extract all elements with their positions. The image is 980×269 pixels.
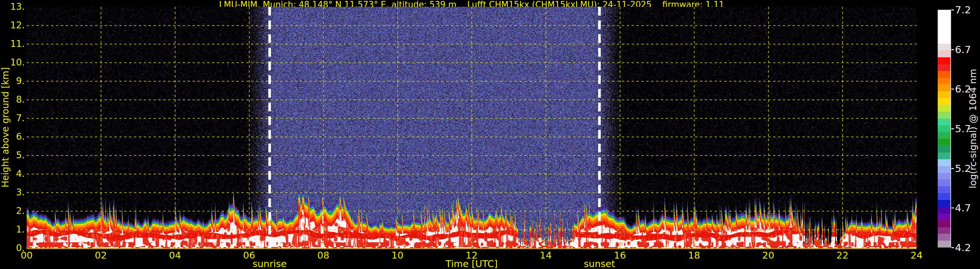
x-tick-label: 10: [378, 250, 417, 260]
colorbar-label: log(rc-signal) @ 1064 nm: [967, 69, 978, 188]
colorbar-band: [938, 17, 950, 24]
ceilometer-quicklook: LMU-MIM, Munich; 48.148° N 11.573° E, al…: [0, 0, 980, 269]
y-tick-label: 13.: [0, 2, 25, 12]
colorbar-tick-label: 4.7: [955, 203, 979, 213]
colorbar-band: [938, 186, 950, 193]
colorbar-tick-label: 4.2: [955, 242, 979, 253]
colorbar-band: [938, 152, 950, 159]
x-tick-label: 24: [897, 250, 936, 260]
y-tick-label: 5.: [0, 151, 25, 160]
x-tick-label: 22: [823, 250, 862, 260]
colorbar-band: [938, 125, 950, 132]
x-tick-label: 02: [81, 250, 120, 260]
colorbar-band: [938, 207, 950, 214]
colorbar-band: [938, 30, 950, 37]
colorbar-tick-mark: [951, 49, 954, 50]
heatmap-canvas: [27, 7, 916, 248]
y-tick-label: 7.: [0, 113, 25, 123]
x-tick-label: 18: [675, 250, 714, 260]
colorbar-band: [938, 57, 950, 64]
x-tick-label: 08: [304, 250, 343, 260]
colorbar-tick-mark: [951, 10, 954, 10]
sunrise-label: sunrise: [243, 259, 296, 269]
x-axis-line: [27, 248, 916, 249]
colorbar-band: [938, 78, 950, 85]
y-tick-label: 6.: [0, 132, 25, 142]
colorbar-band: [938, 173, 950, 180]
colorbar-band: [938, 221, 950, 227]
colorbar-band: [938, 50, 950, 57]
colorbar-band: [938, 193, 950, 200]
colorbar-band: [938, 159, 950, 166]
y-tick-label: 1.: [0, 225, 25, 234]
colorbar-band: [938, 241, 950, 248]
x-axis-label: Time [UTC]: [433, 259, 511, 269]
colorbar-band: [938, 98, 950, 105]
colorbar-band: [938, 84, 950, 91]
y-tick-label: 2.: [0, 206, 25, 216]
colorbar-band: [938, 132, 950, 139]
colorbar-band: [938, 91, 950, 98]
colorbar-band: [938, 64, 950, 71]
sunset-line: [598, 7, 601, 248]
colorbar-band: [938, 234, 950, 241]
x-tick-label: 00: [7, 250, 46, 260]
colorbar-tick-mark: [951, 128, 954, 129]
y-tick-label: 9.: [0, 76, 25, 86]
x-tick-label: 04: [156, 250, 194, 260]
colorbar-band: [938, 71, 950, 78]
colorbar-band: [938, 227, 950, 234]
colorbar-band: [938, 105, 950, 112]
colorbar-band: [938, 37, 950, 44]
colorbar-band: [938, 44, 950, 50]
colorbar-tick-mark: [951, 247, 954, 248]
colorbar-band: [938, 118, 950, 125]
x-tick-label: 14: [526, 250, 565, 260]
colorbar-band: [938, 24, 950, 30]
x-tick-label: 20: [749, 250, 788, 260]
colorbar-band: [938, 139, 950, 146]
sunrise-line: [268, 7, 271, 248]
colorbar-band: [938, 214, 950, 221]
colorbar-band: [938, 112, 950, 118]
colorbar-tick-mark: [951, 168, 954, 169]
y-tick-label: 8.: [0, 95, 25, 104]
colorbar-tick-label: 7.2: [955, 5, 979, 15]
y-tick-label: 3.: [0, 187, 25, 197]
colorbar-band: [938, 146, 950, 152]
y-tick-label: 12.: [0, 21, 25, 30]
y-tick-label: 11.: [0, 39, 25, 49]
colorbar-band: [938, 179, 950, 186]
colorbar-tick-mark: [951, 88, 954, 90]
colorbar: [938, 10, 951, 248]
y-tick-label: 10.: [0, 58, 25, 67]
colorbar-band: [938, 166, 950, 173]
y-tick-label: 4.: [0, 169, 25, 179]
colorbar-tick-mark: [951, 207, 954, 208]
sunset-label: sunset: [573, 259, 625, 269]
colorbar-tick-label: 6.7: [955, 44, 979, 55]
colorbar-band: [938, 10, 950, 17]
colorbar-band: [938, 200, 950, 207]
